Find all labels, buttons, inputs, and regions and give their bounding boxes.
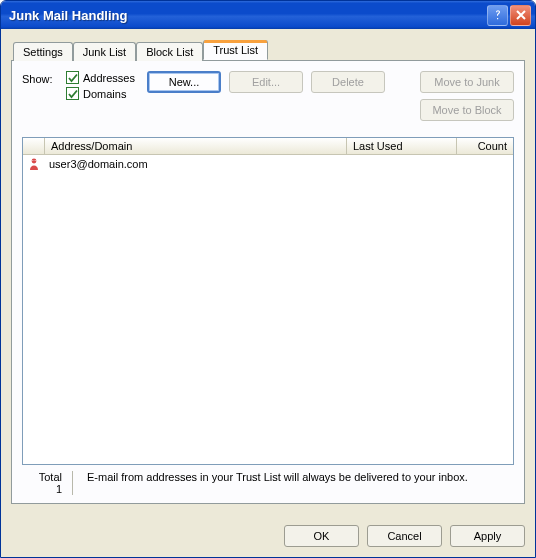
column-label: Last Used [353, 140, 403, 152]
ok-button[interactable]: OK [284, 525, 359, 547]
total-label: Total [22, 471, 62, 483]
move-buttons: Move to Junk Move to Block [420, 71, 514, 121]
checkbox-domains[interactable]: Domains [66, 87, 135, 100]
tab-label: Junk List [83, 46, 126, 58]
dialog-content: Settings Junk List Block List Trust List… [1, 29, 535, 514]
tab-panel: Show: Addresses Domains [11, 60, 525, 504]
table-row[interactable]: user3@domain.com [23, 155, 513, 172]
close-button[interactable] [510, 5, 531, 26]
user-icon [23, 157, 45, 171]
dialog-footer: OK Cancel Apply [1, 514, 535, 557]
delete-button[interactable]: Delete [311, 71, 385, 93]
help-button[interactable] [487, 5, 508, 26]
edit-button[interactable]: Edit... [229, 71, 303, 93]
footer-hint: E-mail from addresses in your Trust List… [83, 471, 514, 495]
move-to-block-button[interactable]: Move to Block [420, 99, 514, 121]
show-label: Show: [22, 71, 66, 85]
column-last-used[interactable]: Last Used [347, 138, 457, 154]
apply-button[interactable]: Apply [450, 525, 525, 547]
tab-label: Block List [146, 46, 193, 58]
tab-trust-list[interactable]: Trust List [203, 40, 268, 60]
svg-point-2 [35, 160, 36, 161]
tab-label: Trust List [213, 44, 258, 56]
totals: Total 1 [22, 471, 62, 495]
list-header: Address/Domain Last Used Count [23, 138, 513, 155]
column-label: Address/Domain [51, 140, 132, 152]
help-icon [492, 9, 504, 21]
check-icon [66, 87, 79, 100]
checkbox-addresses[interactable]: Addresses [66, 71, 135, 84]
cancel-button[interactable]: Cancel [367, 525, 442, 547]
total-value: 1 [22, 483, 62, 495]
panel-footer: Total 1 E-mail from addresses in your Tr… [22, 465, 514, 495]
filter-row: Show: Addresses Domains [22, 71, 514, 121]
column-count[interactable]: Count [457, 138, 513, 154]
checkbox-label: Domains [83, 88, 126, 100]
checkbox-label: Addresses [83, 72, 135, 84]
tab-junk-list[interactable]: Junk List [73, 42, 136, 61]
move-to-junk-button[interactable]: Move to Junk [420, 71, 514, 93]
new-button[interactable]: New... [147, 71, 221, 93]
show-checkboxes: Addresses Domains [66, 71, 135, 100]
trust-list[interactable]: Address/Domain Last Used Count user3@dom… [22, 137, 514, 465]
tab-settings[interactable]: Settings [13, 42, 73, 61]
list-body: user3@domain.com [23, 155, 513, 464]
column-label: Count [478, 140, 507, 152]
dialog-window: Junk Mail Handling Settings Junk List Bl… [0, 0, 536, 558]
tabstrip: Settings Junk List Block List Trust List [11, 39, 525, 60]
titlebar[interactable]: Junk Mail Handling [1, 1, 535, 29]
column-address[interactable]: Address/Domain [45, 138, 347, 154]
tab-label: Settings [23, 46, 63, 58]
column-icon[interactable] [23, 138, 45, 154]
window-title: Junk Mail Handling [9, 8, 485, 23]
footer-divider [72, 471, 73, 495]
close-icon [515, 9, 527, 21]
svg-point-0 [32, 158, 37, 163]
tab-block-list[interactable]: Block List [136, 42, 203, 61]
check-icon [66, 71, 79, 84]
action-buttons: New... Edit... Delete Move to Junk Move … [147, 71, 514, 121]
svg-point-1 [32, 160, 33, 161]
cell-address: user3@domain.com [45, 158, 347, 170]
